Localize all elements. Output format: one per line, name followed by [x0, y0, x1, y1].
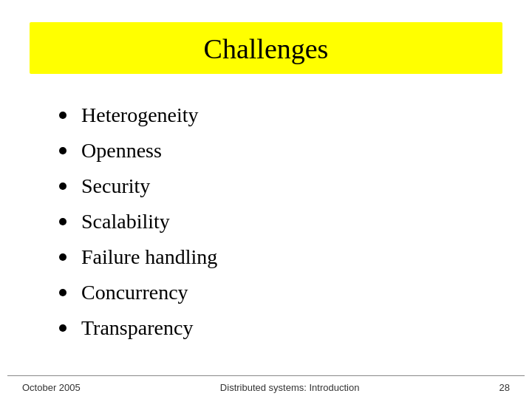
bullet-icon — [59, 147, 66, 154]
list-item-label: Openness — [81, 139, 162, 163]
slide-footer: October 2005 Distributed systems: Introd… — [7, 375, 525, 399]
slide-content: HeterogeneityOpennessSecurityScalability… — [0, 89, 532, 375]
list-item: Concurrency — [59, 281, 488, 304]
list-item: Failure handling — [59, 245, 488, 269]
bullet-icon — [59, 183, 66, 190]
bullet-icon — [59, 324, 66, 332]
slide-title: Challenges — [44, 33, 488, 65]
bullet-icon — [59, 218, 66, 225]
bullet-icon — [59, 289, 66, 296]
list-item-label: Concurrency — [81, 281, 188, 304]
slide: Challenges HeterogeneityOpennessSecurity… — [0, 0, 532, 399]
footer-date: October 2005 — [22, 382, 81, 393]
list-item-label: Heterogeneity — [81, 103, 199, 127]
list-item: Scalability — [59, 210, 488, 233]
footer-page: 28 — [499, 382, 510, 393]
list-item: Transparency — [59, 316, 488, 340]
list-item: Openness — [59, 139, 488, 163]
list-item: Security — [59, 174, 488, 198]
bullet-list: HeterogeneityOpennessSecurityScalability… — [59, 103, 488, 340]
list-item-label: Transparency — [81, 316, 193, 340]
list-item: Heterogeneity — [59, 103, 488, 127]
bullet-icon — [59, 112, 66, 119]
list-item-label: Security — [81, 174, 150, 198]
footer-title: Distributed systems: Introduction — [81, 382, 499, 393]
bullet-icon — [59, 253, 66, 261]
list-item-label: Scalability — [81, 210, 170, 233]
list-item-label: Failure handling — [81, 245, 217, 269]
title-bar: Challenges — [30, 22, 502, 74]
